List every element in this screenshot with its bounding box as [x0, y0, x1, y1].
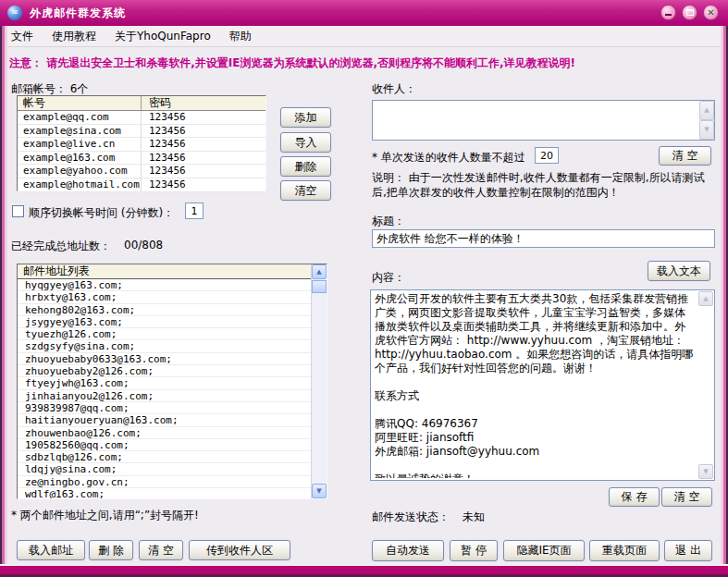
address-item[interactable]: hyqgyey@163.com; [18, 279, 311, 291]
address-list-scrollbar[interactable]: ▲ ▼ [311, 264, 327, 498]
load-addresses-button[interactable]: 载入邮址 [17, 540, 85, 560]
address-list-rows: hyqgyey@163.com;hrbxty@163.com;kehong802… [18, 279, 311, 498]
password-cell: 123456 [142, 178, 265, 191]
recipients-scroll-down-icon[interactable]: ▼ [699, 120, 714, 140]
close-icon: ✕ [707, 8, 714, 18]
reload-page-button[interactable]: 重载页面 [589, 540, 660, 561]
menu-item-tutorial[interactable]: 使用教程 [52, 29, 96, 44]
accounts-table-header: 帐号 密码 [18, 96, 265, 111]
address-item[interactable]: szdgsyfy@sina.com; [18, 340, 311, 352]
menu-item-help[interactable]: 帮助 [229, 29, 252, 44]
account-cell: example@hotmail.com [18, 178, 142, 191]
address-item[interactable]: ftyeyjwh@163.com; [18, 377, 311, 389]
address-item[interactable]: hrbxty@163.com; [18, 291, 311, 303]
hide-ie-button[interactable]: 隐藏IE页面 [503, 540, 585, 561]
auto-send-button[interactable]: 自动发送 [372, 540, 444, 561]
limit-input[interactable] [535, 147, 559, 164]
maximize-button[interactable] [682, 5, 697, 20]
account-row[interactable]: example@live.cn 123456 [18, 138, 265, 152]
subject-input[interactable] [372, 229, 715, 248]
account-cell: example@sina.com [18, 125, 142, 138]
password-cell: 123456 [142, 111, 265, 124]
limit-label: * 单次发送的收件人数量不超过 [372, 150, 525, 166]
clear-content-button[interactable]: 清 空 [661, 487, 712, 507]
pause-button[interactable]: 暂 停 [450, 540, 498, 561]
scroll-thumb[interactable] [312, 280, 327, 293]
menu-item-file[interactable]: 文件 [11, 29, 33, 44]
status-value: 未知 [463, 509, 485, 525]
switch-minutes-input[interactable] [185, 203, 204, 219]
password-cell: 123456 [142, 152, 265, 165]
account-row[interactable]: example@qq.com 123456 [18, 111, 265, 125]
address-list[interactable]: 邮件地址列表 hyqgyey@163.com;hrbxty@163.com;ke… [17, 264, 327, 499]
switch-account-checkbox[interactable] [12, 205, 24, 217]
scroll-up-icon[interactable]: ▲ [312, 264, 327, 279]
account-row[interactable]: example@sina.com 123456 [18, 125, 265, 139]
progress-value: 00/808 [124, 239, 163, 254]
account-column-header: 帐号 [18, 96, 142, 110]
accounts-table[interactable]: 帐号 密码 example@qq.com 123456 example@sina… [17, 95, 266, 191]
address-item[interactable]: 939839987@qq.com; [18, 402, 311, 414]
account-row[interactable]: example@hotmail.com 123456 [18, 178, 265, 192]
address-item[interactable]: zhouwenbao@126.com; [18, 427, 311, 439]
progress-row: 已经完成总地址数： 00/808 [11, 239, 163, 254]
address-item[interactable]: wdlf@163.com; [18, 488, 311, 498]
account-cell: example@163.com [18, 152, 142, 165]
to-recipients-button[interactable]: 传到收件人区 [189, 540, 290, 560]
password-cell: 123456 [142, 125, 265, 138]
progress-label: 已经完成总地址数： [11, 239, 111, 254]
password-column-header: 密码 [142, 96, 265, 110]
window-title: 外虎邮件群发系统 [30, 6, 126, 21]
accounts-table-body: example@qq.com 123456 example@sina.com 1… [18, 111, 265, 192]
address-item[interactable]: jinhaianyou2@126.com; [18, 390, 311, 402]
app-icon: ✉ [7, 6, 22, 20]
address-item[interactable]: sdbzlqb@126.com; [18, 451, 311, 463]
address-item[interactable]: tyuezh@126.com; [18, 328, 311, 340]
address-item[interactable]: haitianyoueryuan@163.com; [18, 414, 311, 426]
recipients-scroll-up-icon[interactable]: ▲ [699, 101, 714, 120]
menu-item-about[interactable]: 关于YhoQunFapro [115, 29, 211, 44]
notice-text: 注意： 请先退出安全卫士和杀毒软件,并设置IE浏览器为系统默认的浏览器,否则程序… [9, 55, 714, 71]
address-item[interactable]: zhuoyuebaby2@126.com; [18, 365, 311, 377]
password-cell: 123456 [142, 138, 265, 151]
password-cell: 123456 [142, 165, 265, 178]
content-scroll-up-icon[interactable]: ▲ [698, 291, 713, 306]
window-frame-left [0, 26, 7, 567]
maximize-icon [686, 9, 694, 16]
address-item[interactable]: jsygyey@163.com; [18, 316, 311, 328]
delete-address-button[interactable]: 删 除 [89, 540, 133, 560]
address-item[interactable]: kehong802@163.com; [18, 304, 311, 316]
address-item[interactable]: 190582560@qq.com; [18, 439, 311, 451]
subject-label: 标题： [372, 214, 405, 229]
address-item[interactable]: ldqjy@sina.com; [18, 463, 311, 475]
clear-addresses-button[interactable]: 清 空 [139, 540, 183, 560]
recipients-label: 收件人： [372, 81, 416, 97]
menubar: 文件 使用教程 关于YhoQunFapro 帮助 [7, 26, 721, 47]
recipients-textarea[interactable] [372, 100, 715, 141]
account-cell: example@live.cn [18, 138, 142, 151]
address-item[interactable]: ze@ningbo.gov.cn; [18, 476, 311, 488]
scroll-down-icon[interactable]: ▼ [312, 484, 327, 498]
clear-accounts-button[interactable]: 清空 [280, 180, 331, 201]
account-row[interactable]: example@163.com 123456 [18, 152, 265, 166]
content-textarea[interactable]: 外虎公司开发的软件主要有五大类共30款，包括采集群发营销推广类，网页图文影音提取… [370, 289, 715, 481]
minimize-button[interactable] [660, 5, 676, 20]
status-label: 邮件发送状态： [372, 509, 450, 525]
app-window: ✉ 外虎邮件群发系统 ✕ 文件 使用教程 关于YhoQunFapro 帮助 注意… [0, 0, 728, 577]
exit-button[interactable]: 退 出 [664, 540, 712, 561]
clear-recipients-button[interactable]: 清 空 [659, 146, 711, 166]
save-button[interactable]: 保 存 [609, 487, 660, 507]
account-cell: example@qq.com [18, 111, 142, 124]
titlebar: ✉ 外虎邮件群发系统 [0, 0, 728, 26]
address-note: * 两个邮件地址之间,请用“;”封号隔开! [11, 508, 199, 523]
account-cell: example@yahoo.com [18, 165, 142, 178]
add-account-button[interactable]: 添加 [280, 107, 331, 128]
address-item[interactable]: zhuoyuebaby0633@163.com; [18, 353, 311, 365]
load-text-button[interactable]: 载入文本 [648, 261, 710, 281]
import-accounts-button[interactable]: 导入 [280, 132, 331, 153]
content-label: 内容： [372, 270, 405, 286]
content-scroll-down-icon[interactable]: ▼ [698, 464, 713, 479]
close-button[interactable]: ✕ [703, 5, 719, 20]
account-row[interactable]: example@yahoo.com 123456 [18, 165, 265, 178]
delete-account-button[interactable]: 删除 [280, 156, 331, 177]
